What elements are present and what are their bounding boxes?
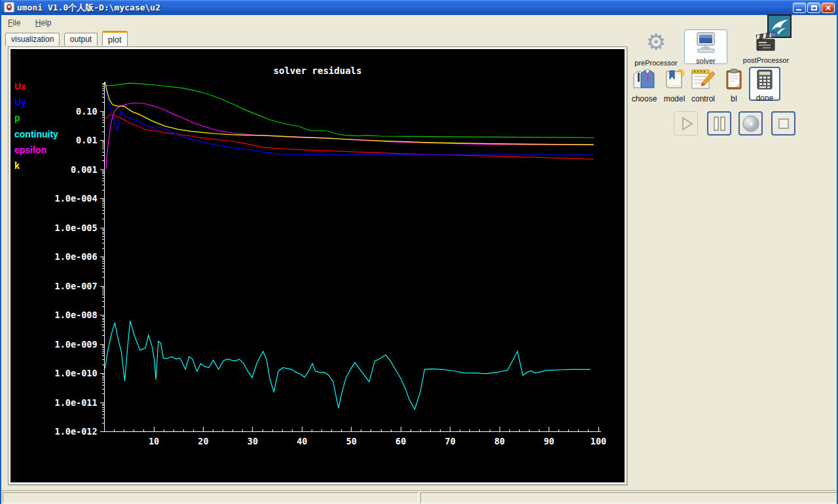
svg-text:1.0e-007: 1.0e-007 bbox=[55, 281, 98, 291]
choose-label: choose bbox=[629, 94, 659, 103]
play-button[interactable] bbox=[674, 111, 698, 135]
notepad-pencil-icon bbox=[691, 68, 716, 90]
legend-Uy: Uy bbox=[14, 97, 26, 107]
svg-text:1.0e-008: 1.0e-008 bbox=[55, 310, 98, 320]
postprocessor-button[interactable]: postProcessor bbox=[740, 31, 792, 64]
residuals-chart: 0.100.010.0011.0e-0041.0e-0051.0e-0061.0… bbox=[10, 49, 625, 482]
svg-text:1.0e-012: 1.0e-012 bbox=[55, 426, 98, 437]
done-label: done bbox=[750, 94, 779, 103]
legend-continuity: continuity bbox=[14, 129, 58, 139]
svg-text:30: 30 bbox=[247, 436, 258, 446]
svg-text:80: 80 bbox=[494, 436, 505, 446]
svg-text:1.0e-010: 1.0e-010 bbox=[55, 368, 98, 378]
legend-k: k bbox=[14, 160, 20, 171]
legend-epsilon: epsilon bbox=[14, 145, 46, 155]
maximize-icon bbox=[811, 5, 817, 10]
legend-Ux: Ux bbox=[14, 81, 26, 92]
statusbar bbox=[1, 490, 837, 504]
close-button[interactable]: ✕ bbox=[822, 3, 835, 13]
tab-bar: visualization output plot bbox=[5, 31, 129, 46]
svg-text:60: 60 bbox=[395, 436, 406, 446]
svg-text:50: 50 bbox=[346, 436, 357, 446]
window-title: umoni V1.0个人版-D:\mycase\u2 bbox=[17, 2, 160, 14]
svg-text:90: 90 bbox=[543, 436, 554, 446]
svg-text:⚙: ⚙ bbox=[646, 30, 666, 55]
postprocessor-label: postProcessor bbox=[740, 56, 792, 64]
app-window: { "window": { "title": "umoni V1.0个人版-D:… bbox=[0, 0, 838, 504]
preprocessor-label: preProcessor bbox=[631, 59, 681, 67]
close-icon: ✕ bbox=[822, 3, 834, 12]
svg-text:40: 40 bbox=[297, 436, 307, 446]
minimize-button[interactable] bbox=[793, 3, 806, 13]
control-button[interactable]: control bbox=[688, 68, 718, 103]
plot-panel: 0.100.010.0011.0e-0041.0e-0051.0e-0061.0… bbox=[8, 46, 627, 485]
svg-text:10: 10 bbox=[149, 436, 159, 446]
preprocessor-button[interactable]: ⚙ preProcessor bbox=[631, 30, 681, 67]
tab-visualization[interactable]: visualization bbox=[5, 33, 60, 46]
pause-button[interactable] bbox=[707, 111, 731, 135]
series-epsilon bbox=[106, 103, 594, 170]
stop-icon bbox=[774, 114, 793, 134]
legend-p: p bbox=[14, 113, 20, 123]
status-pane-left bbox=[3, 492, 418, 503]
svg-text:1.0e-006: 1.0e-006 bbox=[55, 251, 98, 262]
titlebar: umoni V1.0个人版-D:\mycase\u2 ✕ bbox=[1, 0, 837, 15]
maximize-button[interactable] bbox=[807, 3, 820, 13]
solver-label: solver bbox=[685, 57, 727, 65]
calculator-icon bbox=[757, 69, 773, 90]
computer-icon bbox=[694, 32, 718, 53]
svg-text:20: 20 bbox=[198, 436, 208, 446]
bI-label: bI bbox=[719, 94, 749, 103]
bI-button[interactable]: bI bbox=[719, 68, 749, 103]
gear-icon: ⚙ bbox=[643, 30, 669, 55]
menu-help[interactable]: Help bbox=[33, 18, 54, 28]
record-button[interactable] bbox=[738, 111, 763, 135]
residuals-chart-svg: 0.100.010.0011.0e-0041.0e-0051.0e-0061.0… bbox=[10, 49, 625, 482]
model-label: model bbox=[659, 94, 689, 103]
stop-button[interactable] bbox=[771, 111, 795, 135]
tab-output[interactable]: output bbox=[64, 33, 98, 46]
book-icon bbox=[664, 68, 685, 90]
svg-text:0.10: 0.10 bbox=[76, 106, 98, 117]
clothes-icon bbox=[632, 68, 657, 90]
chart-title: solver residuals bbox=[274, 65, 362, 76]
svg-text:1.0e-005: 1.0e-005 bbox=[55, 223, 98, 233]
clipboard-icon bbox=[725, 68, 743, 90]
menubar: File Help bbox=[1, 15, 837, 31]
app-icon bbox=[4, 2, 14, 12]
svg-text:1.0e-011: 1.0e-011 bbox=[55, 397, 98, 408]
play-icon bbox=[676, 114, 696, 134]
solver-button[interactable]: solver bbox=[684, 29, 727, 64]
menu-file[interactable]: File bbox=[5, 18, 23, 28]
svg-text:100: 100 bbox=[591, 436, 606, 446]
minimize-icon bbox=[796, 9, 801, 10]
model-button[interactable]: model bbox=[659, 68, 689, 103]
svg-text:70: 70 bbox=[445, 436, 456, 446]
done-button[interactable]: done bbox=[749, 67, 780, 101]
choose-button[interactable]: choose bbox=[629, 68, 659, 103]
svg-text:0.001: 0.001 bbox=[71, 164, 98, 175]
tab-plot[interactable]: plot bbox=[102, 31, 128, 46]
status-pane-right bbox=[420, 492, 837, 503]
control-label: control bbox=[688, 94, 718, 103]
disc-icon bbox=[741, 114, 761, 134]
series-continuity bbox=[105, 321, 591, 409]
clapperboard-icon bbox=[755, 31, 777, 52]
svg-text:0.01: 0.01 bbox=[76, 135, 98, 145]
pause-icon bbox=[710, 114, 729, 134]
svg-text:1.0e-009: 1.0e-009 bbox=[55, 339, 98, 350]
svg-text:1.0e-004: 1.0e-004 bbox=[55, 193, 98, 204]
